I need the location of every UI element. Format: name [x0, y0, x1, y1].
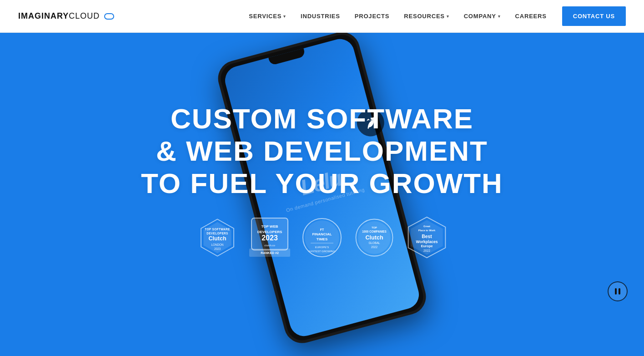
navbar: IMAGINARYCLOUD SERVICES ▾ INDUSTRIES PRO… [0, 0, 644, 33]
badge-financial-times: FT FINANCIAL TIMES EUROPE'S FASTEST GROW… [301, 216, 344, 259]
hero-title-line3: TO FUEL YOUR GROWTH [141, 168, 503, 199]
svg-text:FT: FT [320, 228, 324, 231]
svg-text:Europe: Europe [421, 244, 433, 249]
svg-text:clutch.co: clutch.co [264, 244, 275, 247]
badges-row: TOP SOFTWARE DEVELOPERS Clutch LONDON 20… [196, 216, 448, 259]
contact-label: CONTACT US [573, 13, 615, 20]
nav-link-services[interactable]: SERVICES ▾ [242, 9, 292, 23]
badge-2-svg: TOP WEB DEVELOPERS 2023 clutch.co RANKED… [249, 216, 290, 259]
pause-bar-right [619, 288, 620, 295]
nav-label-services: SERVICES [249, 13, 282, 20]
hero-text-block: CUSTOM SOFTWARE & WEB DEVELOPMENT TO FUE… [141, 102, 503, 200]
nav-label-industries: INDUSTRIES [301, 13, 340, 20]
nav-item-careers[interactable]: CAREERS [509, 9, 553, 23]
badge-5-svg: Great Place to Work Best Workplaces Euro… [405, 216, 448, 259]
chevron-down-icon: ▾ [283, 14, 286, 19]
svg-text:FASTEST GROWING: FASTEST GROWING [309, 250, 336, 253]
pause-icon [615, 288, 620, 295]
logo-text: IMAGINARYCLOUD [18, 11, 100, 21]
svg-text:2022: 2022 [371, 245, 378, 249]
svg-text:Clutch: Clutch [365, 234, 383, 241]
nav-item-projects[interactable]: PROJECTS [348, 9, 396, 23]
chevron-down-icon-company: ▾ [498, 14, 501, 19]
svg-text:1000 COMPANIES: 1000 COMPANIES [362, 230, 386, 233]
svg-text:TOP: TOP [372, 226, 377, 229]
nav-item-resources[interactable]: RESOURCES ▾ [397, 9, 455, 23]
pause-bar-left [615, 288, 617, 295]
chevron-down-icon-resources: ▾ [447, 14, 449, 19]
nav-link-careers[interactable]: CAREERS [509, 9, 553, 23]
logo-light: CLOUD [69, 11, 100, 20]
nav-link-resources[interactable]: RESOURCES ▾ [397, 9, 455, 23]
svg-text:Great: Great [423, 225, 430, 228]
nav-link-projects[interactable]: PROJECTS [348, 9, 396, 23]
svg-text:Clutch: Clutch [208, 235, 226, 242]
svg-text:TOP WEB: TOP WEB [261, 224, 278, 229]
svg-text:RANKED #2: RANKED #2 [261, 251, 279, 254]
nav-link-industries[interactable]: INDUSTRIES [294, 9, 347, 23]
nav-label-company: COMPANY [464, 13, 496, 20]
badge-4-svg: TOP 1000 COMPANIES Clutch GLOBAL 2022 [354, 217, 395, 258]
hero-title-line2: & WEB DEVELOPMENT [156, 135, 488, 167]
nav-link-company[interactable]: COMPANY ▾ [458, 9, 507, 23]
badge-1-svg: TOP SOFTWARE DEVELOPERS Clutch LONDON 20… [197, 217, 238, 258]
badge-best-workplaces: Great Place to Work Best Workplaces Euro… [405, 216, 448, 259]
nav-label-resources: RESOURCES [404, 13, 445, 20]
pause-button[interactable] [608, 281, 628, 301]
nav-item-company[interactable]: COMPANY ▾ [458, 9, 507, 23]
logo-icon [104, 13, 114, 20]
contact-us-button[interactable]: CONTACT US [562, 6, 626, 26]
svg-text:2023: 2023 [214, 247, 221, 250]
svg-text:GLOBAL: GLOBAL [368, 241, 380, 244]
svg-text:LONDON: LONDON [211, 243, 224, 246]
svg-text:FINANCIAL: FINANCIAL [312, 232, 332, 236]
svg-text:2023: 2023 [262, 234, 278, 242]
svg-text:TOP SOFTWARE: TOP SOFTWARE [205, 228, 230, 231]
svg-text:DEVELOPERS: DEVELOPERS [257, 230, 282, 234]
logo-bold: IMAGINARY [18, 11, 69, 20]
badge-top-web-developers: TOP WEB DEVELOPERS 2023 clutch.co RANKED… [248, 216, 292, 259]
svg-text:Best: Best [422, 234, 432, 239]
badge-clutch-london: TOP SOFTWARE DEVELOPERS Clutch LONDON 20… [196, 216, 239, 259]
hero-title: CUSTOM SOFTWARE & WEB DEVELOPMENT TO FUE… [141, 102, 503, 200]
hero-title-line1: CUSTOM SOFTWARE [171, 103, 473, 134]
svg-text:EUROPE'S: EUROPE'S [315, 246, 329, 249]
badge-clutch-global: TOP 1000 COMPANIES Clutch GLOBAL 2022 [353, 216, 396, 259]
svg-text:TIMES: TIMES [317, 237, 328, 241]
svg-text:Place to Work: Place to Work [418, 229, 435, 232]
nav-label-careers: CAREERS [515, 13, 547, 20]
logo[interactable]: IMAGINARYCLOUD [18, 11, 114, 21]
nav-item-services[interactable]: SERVICES ▾ [242, 9, 292, 23]
hero-section: Lelu On demand personalised tutoring CUS… [0, 33, 644, 356]
nav-links: SERVICES ▾ INDUSTRIES PROJECTS RESOURCES… [242, 6, 626, 26]
nav-item-contact[interactable]: CONTACT US [555, 6, 626, 26]
svg-text:2022: 2022 [423, 249, 430, 252]
nav-item-industries[interactable]: INDUSTRIES [294, 9, 347, 23]
badge-3-svg: FT FINANCIAL TIMES EUROPE'S FASTEST GROW… [302, 217, 342, 258]
svg-text:Workplaces: Workplaces [416, 239, 438, 244]
nav-label-projects: PROJECTS [355, 13, 389, 20]
svg-text:DEVELOPERS: DEVELOPERS [206, 232, 228, 235]
